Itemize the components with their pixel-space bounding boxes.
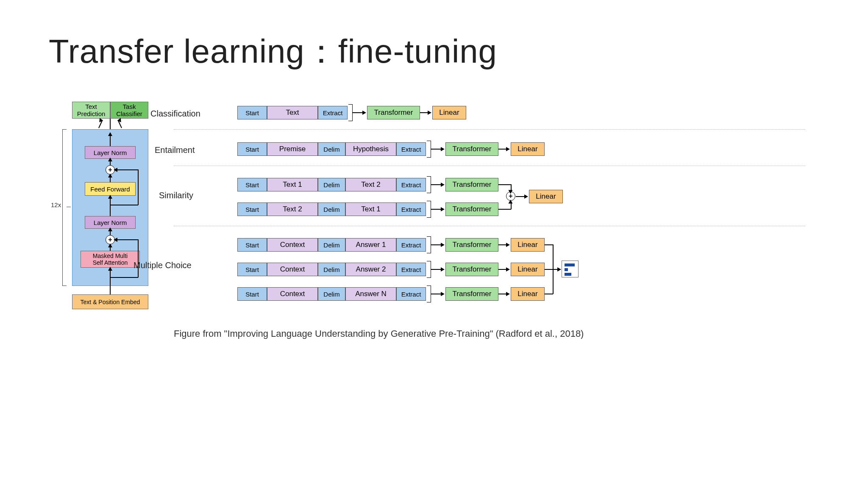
token-text2: Text 2 (267, 202, 318, 216)
token-answer1: Answer 1 (345, 238, 396, 252)
token-delim: Delim (318, 178, 345, 191)
transformer-box: Transformer (445, 202, 498, 216)
token-text2: Text 2 (345, 178, 396, 191)
token-text1: Text 1 (345, 202, 396, 216)
diagram-area: Text Prediction Task Classifier 12x Laye… (47, 97, 822, 318)
linear-box: Linear (511, 142, 545, 156)
repeat-bracket (62, 129, 67, 286)
token-extract: Extract (396, 202, 426, 216)
transformer-box: Transformer (445, 263, 498, 276)
linear-box: Linear (511, 287, 545, 301)
token-extract: Extract (396, 178, 426, 191)
token-start: Start (237, 202, 267, 216)
text-prediction-box: Text Prediction (72, 102, 110, 119)
token-start: Start (237, 106, 267, 119)
token-delim: Delim (318, 263, 345, 276)
token-extract: Extract (318, 106, 348, 119)
layer-repeat-label: 12x (51, 201, 61, 208)
token-answer2: Answer 2 (345, 263, 396, 276)
token-context: Context (267, 287, 318, 301)
bracket-icon (427, 236, 431, 253)
layer-norm-top: Layer Norm (85, 146, 136, 159)
token-start: Start (237, 238, 267, 252)
token-extract: Extract (396, 287, 426, 301)
token-premise: Premise (267, 142, 318, 156)
token-start: Start (237, 263, 267, 276)
token-text: Text (267, 106, 318, 119)
bracket-tick (67, 207, 71, 207)
linear-box: Linear (529, 190, 563, 203)
divider (174, 226, 805, 226)
token-delim: Delim (318, 238, 345, 252)
page-title: Transfer learning：fine-tuning (49, 30, 497, 74)
bracket-icon (348, 104, 353, 121)
bracket-icon (427, 286, 431, 302)
transformer-box: Transformer (445, 287, 498, 301)
token-delim: Delim (318, 202, 345, 216)
figure-caption: Figure from "Improving Language Understa… (174, 328, 584, 339)
token-extract: Extract (396, 238, 426, 252)
multiple-choice-label: Multiple Choice (134, 261, 192, 270)
divider (174, 166, 805, 166)
linear-box: Linear (511, 263, 545, 276)
token-context: Context (267, 263, 318, 276)
token-start: Start (237, 287, 267, 301)
token-start: Start (237, 142, 267, 156)
entailment-label: Entailment (155, 145, 195, 155)
token-start: Start (237, 178, 267, 191)
transformer-box: Transformer (445, 142, 498, 156)
transformer-box: Transformer (445, 178, 498, 191)
linear-box: Linear (511, 238, 545, 252)
bracket-icon (427, 176, 431, 193)
linear-box: Linear (432, 106, 466, 119)
token-extract: Extract (396, 263, 426, 276)
transformer-box: Transformer (367, 106, 420, 119)
similarity-label: Similarity (159, 191, 193, 200)
token-context: Context (267, 238, 318, 252)
masked-attention-box: Masked Multi Self Attention (81, 251, 140, 268)
bracket-icon (427, 261, 431, 278)
classification-label: Classification (150, 109, 200, 119)
bracket-icon (427, 141, 431, 158)
token-text1: Text 1 (267, 178, 318, 191)
token-extract: Extract (396, 142, 426, 156)
embed-box: Text & Position Embed (72, 294, 148, 309)
feed-forward-box: Feed Forward (85, 182, 136, 196)
token-delim: Delim (318, 287, 345, 301)
layer-norm-bottom: Layer Norm (85, 216, 136, 229)
softmax-chart-icon (562, 261, 579, 277)
divider (174, 129, 805, 130)
task-classifier-box: Task Classifier (110, 102, 148, 119)
transformer-box: Transformer (445, 238, 498, 252)
bracket-icon (427, 201, 431, 218)
token-answerN: Answer N (345, 287, 396, 301)
token-delim: Delim (318, 142, 345, 156)
token-hypothesis: Hypothesis (345, 142, 396, 156)
